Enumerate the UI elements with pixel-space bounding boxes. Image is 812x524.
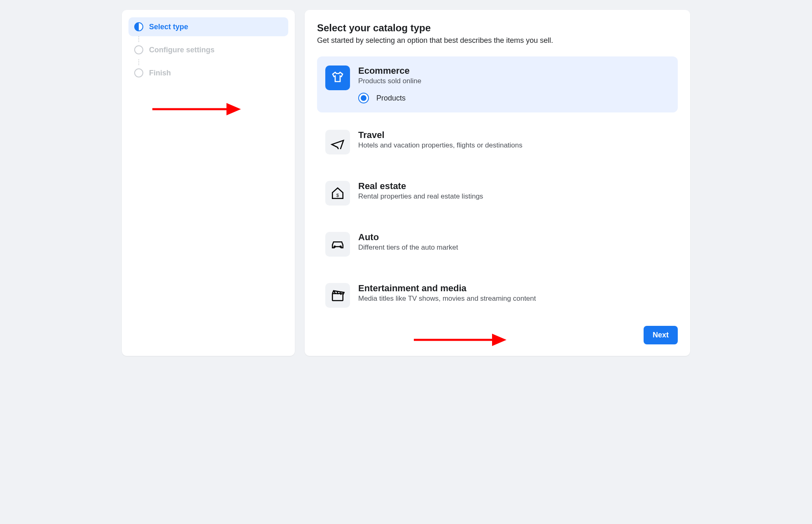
option-desc: Hotels and vacation properties, flights … [358,141,670,150]
main-panel: Select your catalog type Get started by … [305,10,690,356]
circle-icon [134,68,143,77]
catalog-type-options: Ecommerce Products sold online Products … [317,56,678,317]
svg-marker-7 [492,334,506,346]
svg-text:$: $ [336,193,339,198]
radio-products-row[interactable]: Products [358,93,670,103]
svg-point-2 [340,246,341,247]
next-button[interactable]: Next [644,326,678,344]
option-title: Entertainment and media [358,283,670,294]
option-entertainment[interactable]: Entertainment and media Media titles lik… [317,274,678,317]
page-title: Select your catalog type [317,22,678,34]
circle-icon [134,45,143,54]
page-subtitle: Get started by selecting an option that … [317,36,678,45]
plane-icon [325,130,350,154]
step-label: Configure settings [149,46,215,54]
radio-label: Products [376,94,406,103]
annotation-arrow-icon [152,101,243,117]
step-finish: Finish [128,63,288,82]
option-desc: Products sold online [358,77,670,85]
option-title: Auto [358,232,670,243]
step-select-type[interactable]: Select type [128,17,288,36]
house-dollar-icon: $ [325,181,350,206]
option-ecommerce[interactable]: Ecommerce Products sold online Products [317,56,678,112]
annotation-arrow-icon [414,332,509,348]
option-desc: Different tiers of the auto market [358,243,670,252]
step-label: Finish [149,69,171,77]
option-title: Ecommerce [358,66,670,76]
option-title: Travel [358,130,670,140]
step-label: Select type [149,23,188,31]
svg-point-1 [334,246,336,247]
radio-selected-icon[interactable] [358,93,369,103]
car-icon [325,232,350,257]
half-circle-icon [134,22,143,31]
option-desc: Rental properties and real estate listin… [358,192,670,201]
step-configure-settings: Configure settings [128,40,288,59]
option-title: Real estate [358,181,670,192]
option-desc: Media titles like TV shows, movies and s… [358,295,670,303]
tshirt-icon [325,66,350,90]
option-real-estate[interactable]: $ Real estate Rental properties and real… [317,172,678,215]
option-auto[interactable]: Auto Different tiers of the auto market [317,223,678,266]
clapperboard-icon [325,283,350,308]
option-travel[interactable]: Travel Hotels and vacation properties, f… [317,121,678,164]
svg-marker-5 [226,103,241,115]
stepper-sidebar: Select type Configure settings Finish [122,10,295,356]
